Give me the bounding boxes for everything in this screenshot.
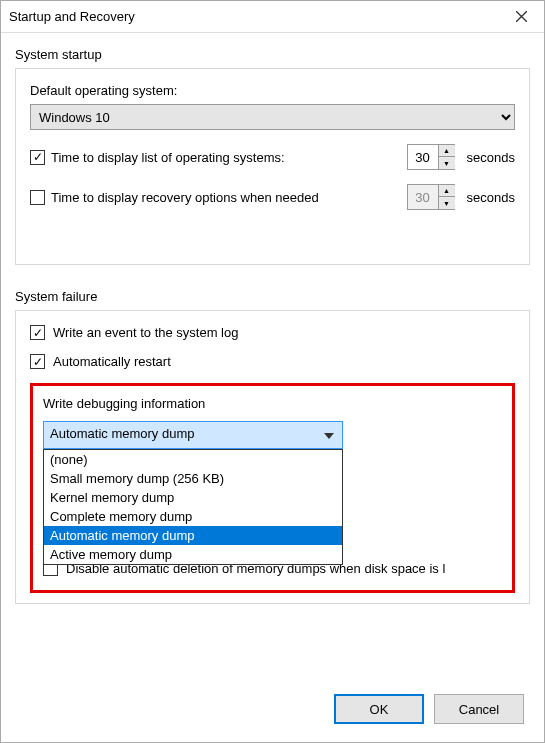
time-recovery-down-button: ▼ (439, 197, 455, 209)
content-area: System startup Default operating system:… (1, 33, 544, 604)
time-recovery-checkbox[interactable] (30, 190, 45, 205)
time-list-up-button[interactable]: ▲ (439, 145, 455, 157)
close-button[interactable] (499, 1, 544, 32)
seconds-label-1: seconds (467, 150, 515, 165)
system-startup-group: Default operating system: Windows 10 Tim… (15, 68, 530, 265)
write-event-row: Write an event to the system log (30, 325, 515, 340)
cancel-button[interactable]: Cancel (434, 694, 524, 724)
dump-option-kernel[interactable]: Kernel memory dump (44, 488, 342, 507)
time-recovery-spinner[interactable]: ▲ ▼ (407, 184, 455, 210)
default-os-label: Default operating system: (30, 83, 515, 98)
time-list-input[interactable] (408, 145, 438, 169)
system-startup-section: System startup Default operating system:… (15, 47, 530, 265)
debug-highlight-box: Write debugging information Automatic me… (30, 383, 515, 593)
dump-option-automatic[interactable]: Automatic memory dump (44, 526, 342, 545)
auto-restart-checkbox[interactable] (30, 354, 45, 369)
dump-option-none[interactable]: (none) (44, 450, 342, 469)
dump-option-complete[interactable]: Complete memory dump (44, 507, 342, 526)
close-icon (516, 11, 527, 22)
dump-option-small[interactable]: Small memory dump (256 KB) (44, 469, 342, 488)
system-failure-section: System failure Write an event to the sys… (15, 289, 530, 604)
dialog-buttons: OK Cancel (334, 694, 524, 724)
write-event-checkbox[interactable] (30, 325, 45, 340)
system-failure-label: System failure (15, 289, 530, 304)
auto-restart-row: Automatically restart (30, 354, 515, 369)
write-event-label: Write an event to the system log (53, 325, 238, 340)
system-startup-label: System startup (15, 47, 530, 62)
debug-info-label: Write debugging information (43, 396, 502, 411)
titlebar: Startup and Recovery (1, 1, 544, 33)
default-os-select[interactable]: Windows 10 (30, 104, 515, 130)
dump-dropdown-list: (none) Small memory dump (256 KB) Kernel… (43, 449, 343, 565)
ok-button[interactable]: OK (334, 694, 424, 724)
time-list-down-button[interactable]: ▼ (439, 157, 455, 169)
time-list-spinner[interactable]: ▲ ▼ (407, 144, 455, 170)
time-list-row: Time to display list of operating system… (30, 144, 515, 170)
dump-select-container: Automatic memory dump (none) Small memor… (43, 421, 343, 449)
time-recovery-spinner-buttons: ▲ ▼ (438, 185, 455, 209)
time-recovery-up-button: ▲ (439, 185, 455, 197)
dump-select[interactable]: Automatic memory dump (43, 421, 343, 449)
auto-restart-label: Automatically restart (53, 354, 171, 369)
dialog-window: Startup and Recovery System startup Defa… (0, 0, 545, 743)
time-list-label: Time to display list of operating system… (51, 150, 401, 165)
seconds-label-2: seconds (467, 190, 515, 205)
time-list-spinner-buttons: ▲ ▼ (438, 145, 455, 169)
time-list-checkbox[interactable] (30, 150, 45, 165)
time-recovery-label: Time to display recovery options when ne… (51, 190, 401, 205)
time-recovery-row: Time to display recovery options when ne… (30, 184, 515, 210)
dump-option-active[interactable]: Active memory dump (44, 545, 342, 564)
system-failure-group: Write an event to the system log Automat… (15, 310, 530, 604)
time-recovery-input (408, 185, 438, 209)
window-title: Startup and Recovery (9, 9, 135, 24)
